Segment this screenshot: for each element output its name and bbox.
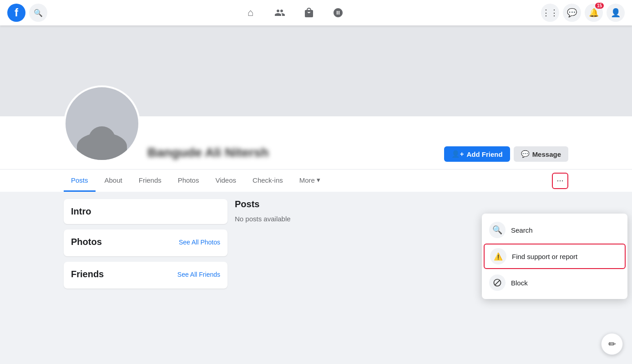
see-all-photos-link[interactable]: See All Photos xyxy=(179,239,220,246)
menu-button[interactable]: ⋮⋮ xyxy=(541,4,559,22)
tab-videos[interactable]: Videos xyxy=(208,170,243,192)
message-label: Message xyxy=(532,150,561,158)
friends-card: Friends See All Friends xyxy=(64,262,228,289)
tab-posts[interactable]: Posts xyxy=(64,170,96,192)
more-label: More xyxy=(299,176,315,184)
dropdown-block-item[interactable]: Block xyxy=(482,270,627,295)
account-button[interactable]: 👤 xyxy=(607,4,625,22)
see-all-friends-link[interactable]: See All Friends xyxy=(177,271,220,278)
photos-title: Photos xyxy=(71,237,102,247)
dropdown-menu: 🔍 Search ⚠️ Find support or report Block xyxy=(482,214,627,299)
intro-card: Intro xyxy=(64,199,228,224)
friends-title: Friends xyxy=(71,269,104,279)
photos-card-header: Photos See All Photos xyxy=(71,237,220,247)
nav-right: ⋮⋮ 💬 🔔 15 👤 xyxy=(541,4,625,22)
facebook-logo[interactable]: f xyxy=(7,4,25,22)
friends-card-header: Friends See All Friends xyxy=(71,269,220,279)
tab-photos[interactable]: Photos xyxy=(171,170,207,192)
intro-title: Intro xyxy=(71,206,220,217)
notifications-button[interactable]: 🔔 15 xyxy=(585,4,603,22)
dropdown-search-item[interactable]: 🔍 Search xyxy=(482,217,627,243)
profile-actions: 👤+ Add Friend 💬 Message xyxy=(444,146,568,162)
messenger-button[interactable]: 💬 xyxy=(563,4,581,22)
photos-card: Photos See All Photos xyxy=(64,229,228,256)
add-friend-icon: 👤+ xyxy=(451,150,464,158)
avatar-container xyxy=(64,85,140,162)
profile-tabs: Posts About Friends Photos Videos Check-… xyxy=(0,169,632,192)
message-button[interactable]: 💬 Message xyxy=(514,146,568,162)
three-dots-button[interactable]: ··· xyxy=(552,173,568,189)
profile-wrapper: Bangude Ali Nitersh 👤+ Add Friend 💬 Mess… xyxy=(0,25,632,192)
tab-friends[interactable]: Friends xyxy=(131,170,169,192)
profile-name: Bangude Ali Nitersh xyxy=(147,145,444,160)
avatar xyxy=(64,85,140,162)
add-friend-label: Add Friend xyxy=(466,150,502,158)
block-label: Block xyxy=(511,279,528,287)
compose-button[interactable]: ✏ xyxy=(601,333,623,355)
nav-left: f 🔍 xyxy=(7,4,47,22)
find-support-label: Find support or report xyxy=(512,253,577,260)
left-column: Intro Photos See All Photos Friends See … xyxy=(64,199,228,364)
profile-info-row: Bangude Ali Nitersh 👤+ Add Friend 💬 Mess… xyxy=(0,116,632,169)
tab-about[interactable]: About xyxy=(97,170,130,192)
friends-nav-button[interactable] xyxy=(267,2,293,24)
message-icon: 💬 xyxy=(521,150,530,158)
marketplace-nav-button[interactable] xyxy=(296,2,322,24)
chevron-down-icon: ▾ xyxy=(317,176,320,184)
block-icon xyxy=(489,274,506,291)
search-dropdown-label: Search xyxy=(511,226,533,234)
nav-center: ⌂ xyxy=(47,2,541,24)
warning-icon: ⚠️ xyxy=(490,248,506,264)
groups-nav-button[interactable] xyxy=(325,2,351,24)
posts-title: Posts xyxy=(235,199,568,209)
home-nav-button[interactable]: ⌂ xyxy=(238,2,263,24)
tab-checkins[interactable]: Check-ins xyxy=(245,170,290,192)
top-navigation: f 🔍 ⌂ ⋮⋮ 💬 🔔 15 👤 xyxy=(0,0,632,25)
search-dropdown-icon: 🔍 xyxy=(489,222,506,238)
notification-badge: 15 xyxy=(595,3,604,9)
dropdown-find-support-item[interactable]: ⚠️ Find support or report xyxy=(484,244,626,269)
tab-more[interactable]: More ▾ xyxy=(292,170,328,192)
add-friend-button[interactable]: 👤+ Add Friend xyxy=(444,146,510,162)
search-button[interactable]: 🔍 xyxy=(29,4,47,22)
